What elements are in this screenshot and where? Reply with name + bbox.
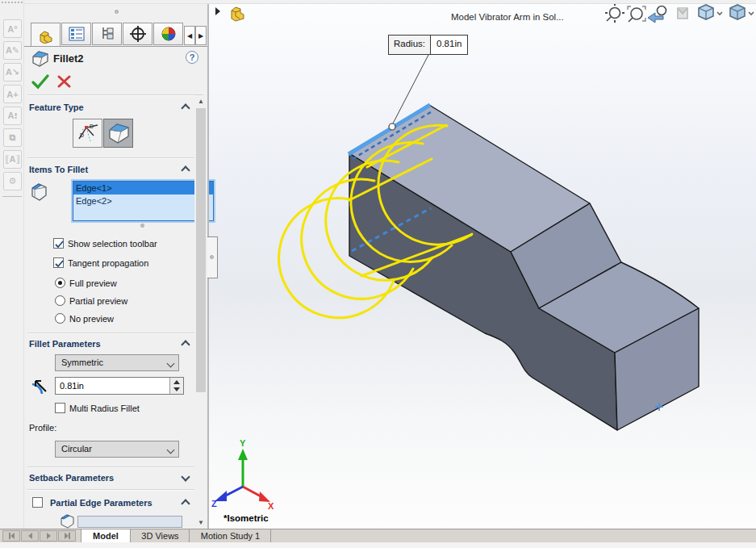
annotation-tool-icon-1[interactable]: A° (3, 19, 22, 38)
tabs-scroll-right-button[interactable]: ▶ (195, 26, 207, 45)
zoom-to-fit-icon[interactable] (605, 4, 624, 23)
help-icon[interactable]: ? (186, 51, 198, 64)
symmetry-value: Symmetric (61, 358, 103, 367)
symmetry-dropdown[interactable]: Symmetric (55, 354, 179, 371)
no-preview-label: No preview (69, 314, 114, 324)
panel-grip-dot[interactable] (115, 10, 119, 14)
spinner-up-icon (173, 380, 180, 384)
tab-motion-study-1[interactable]: Motion Study 1 (190, 529, 271, 543)
list-item-edge2[interactable]: Edge<2> (73, 195, 213, 207)
full-preview-radio[interactable] (55, 278, 65, 288)
previous-study-button[interactable] (21, 530, 39, 542)
multi-radius-checkbox[interactable] (55, 403, 65, 413)
display-style-icon[interactable] (730, 5, 745, 19)
chevron-down-icon (167, 360, 175, 368)
section-view-icon[interactable] (678, 8, 687, 19)
scroll-down-icon[interactable]: ▼ (196, 517, 206, 527)
manual-fillet-button[interactable] (103, 119, 133, 148)
previous-view-icon[interactable] (648, 6, 666, 23)
partial-preview-radio[interactable] (55, 295, 65, 306)
tab-3d-views[interactable]: 3D Views (132, 529, 190, 543)
annotation-tool-icon-7[interactable]: ⟦A⟧ (3, 150, 22, 169)
tab-dimxpertmanager[interactable] (123, 23, 152, 45)
flyout-expand-icon[interactable] (215, 7, 220, 15)
annotation-tool-icon-8[interactable]: ⚙ (3, 172, 22, 190)
display-style-caret-icon[interactable] (749, 12, 754, 15)
model-3d[interactable] (349, 105, 699, 430)
scrollbar-thumb[interactable] (196, 108, 206, 392)
solidworks-window: Y X Z (0, 0, 756, 548)
view-orientation-icon[interactable] (699, 5, 713, 19)
annotation-tool-icon-5[interactable]: A⁝ (3, 107, 22, 125)
next-study-button[interactable] (40, 530, 57, 542)
divider (2, 196, 22, 197)
divider (27, 489, 203, 491)
profile-dropdown[interactable]: Circular (55, 441, 179, 458)
last-study-button[interactable] (58, 530, 76, 542)
radius-callout: Radius: 0.81in (388, 35, 468, 55)
tab-displaymanager[interactable] (153, 23, 183, 45)
property-manager-panel: ◀ ▶ Fillet2 ? Feature Type D D (24, 4, 207, 529)
toolbar-drag-handle[interactable] (2, 2, 23, 4)
divider (24, 46, 207, 47)
first-study-button[interactable] (2, 530, 20, 542)
section-feature-type: Feature Type (29, 102, 84, 112)
radius-input[interactable] (56, 378, 169, 394)
tab-propertymanager[interactable] (61, 23, 91, 45)
view-orientation-caret-icon[interactable] (717, 12, 722, 15)
featuremanager-icon (37, 27, 55, 44)
radius-callout-label: Radius: (389, 36, 431, 54)
tab-configurationmanager[interactable] (92, 23, 122, 45)
divider (27, 333, 203, 334)
tangent-propagation-checkbox[interactable] (53, 257, 64, 268)
filletxpert-button[interactable]: D D (73, 119, 102, 148)
profile-label: Profile: (29, 423, 56, 433)
triad-y-arrow[interactable] (238, 449, 248, 460)
annotation-tool-icon-4[interactable]: A+ (3, 85, 22, 103)
annotation-tool-icon-2[interactable]: A✎ (3, 41, 22, 60)
annotation-tool-icon-3[interactable]: A↘ (3, 63, 22, 82)
partial-edge-icon (60, 514, 75, 529)
collapse-chevron-icon[interactable] (181, 499, 190, 508)
listbox-resize-grip[interactable] (140, 224, 144, 228)
ok-button[interactable] (31, 73, 50, 90)
full-preview-label: Full preview (69, 278, 117, 288)
fillet-feature-icon (31, 50, 50, 68)
part-icon (232, 7, 244, 21)
svg-text:D: D (80, 132, 84, 138)
splitter-grip-dot (210, 255, 214, 259)
bottom-tab-bar: Model 3D Views Motion Study 1 (0, 529, 756, 542)
partial-edge-checkbox[interactable] (32, 497, 43, 508)
panel-scrollbar[interactable]: ▲ ▼ (194, 95, 207, 529)
propertymanager-icon (69, 27, 85, 41)
list-item-edge1[interactable]: Edge<1> (73, 182, 213, 195)
tabs-scroll-left-button[interactable]: ◀ (184, 26, 195, 45)
cancel-button[interactable] (56, 74, 73, 89)
radius-spinner[interactable] (169, 378, 183, 394)
collapse-chevron-icon[interactable] (181, 103, 190, 112)
chevron-down-icon (167, 446, 175, 454)
graphics-viewport[interactable]: Y X Z (209, 4, 756, 529)
reference-triad[interactable]: Y X Z (211, 438, 274, 511)
tab-model[interactable]: Model (81, 529, 131, 543)
triad-y-label: Y (240, 438, 246, 448)
scroll-up-icon[interactable]: ▲ (196, 96, 206, 106)
radius-callout-value[interactable]: 0.81in (431, 36, 467, 54)
partial-edge-field[interactable] (77, 516, 182, 528)
model-scene: Y X Z (209, 4, 756, 529)
flyout-part-title[interactable]: Model Vibrator Arm in Sol... (451, 12, 564, 22)
no-preview-radio[interactable] (55, 313, 65, 324)
left-annotation-toolbar: A° A✎ A↘ A+ A⁝ ⧉ ⟦A⟧ ⚙ (0, 0, 24, 529)
collapse-chevron-icon[interactable] (181, 340, 190, 349)
show-selection-toolbar-checkbox[interactable] (53, 238, 64, 249)
divider (27, 94, 203, 96)
zoom-to-area-icon[interactable] (628, 6, 645, 22)
collapse-chevron-icon[interactable] (181, 165, 190, 174)
annotation-tool-icon-6[interactable]: ⧉ (3, 128, 22, 147)
panel-title: Fillet2 (53, 52, 84, 65)
tab-featuremanager[interactable] (31, 23, 61, 47)
fillet-items-listbox[interactable]: Edge<1> Edge<2> (73, 181, 214, 221)
expand-chevron-icon[interactable] (181, 472, 190, 481)
panel-splitter-handle[interactable] (207, 236, 218, 278)
view-orientation-label: *Isometric (223, 513, 269, 523)
